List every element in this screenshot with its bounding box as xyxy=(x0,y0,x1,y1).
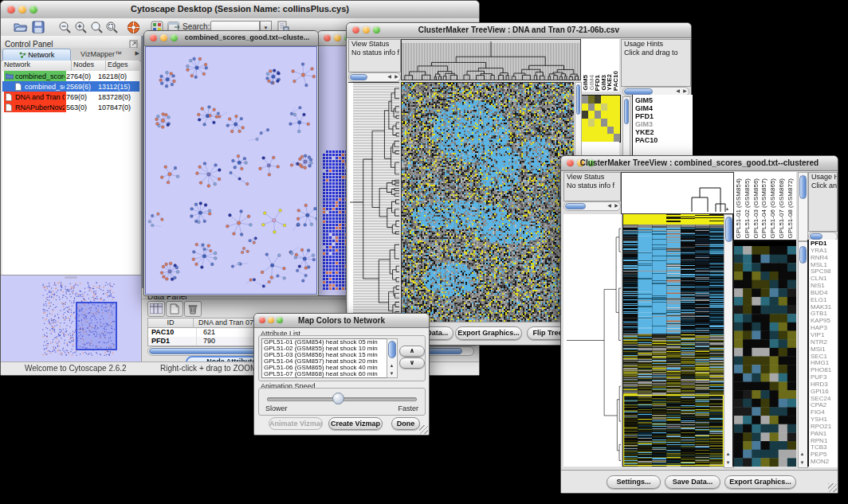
treeview2-titlebar[interactable]: ClusterMaker TreeView : combined_scores_… xyxy=(561,156,838,171)
treeview1-button-1[interactable]: Export Graphics... xyxy=(455,326,522,340)
scroll-right-icon[interactable]: ▶ xyxy=(681,88,689,95)
close-icon[interactable] xyxy=(150,34,157,41)
matrix-cell[interactable] xyxy=(595,134,601,142)
matrix-cell[interactable] xyxy=(601,96,607,104)
treeview1-heatmap[interactable] xyxy=(401,82,574,322)
scroll-right-icon[interactable]: ▶ xyxy=(393,73,400,80)
scroll-thumb[interactable] xyxy=(799,246,807,264)
matrix-cell[interactable] xyxy=(614,134,620,142)
matrix-cell[interactable] xyxy=(607,127,614,135)
matrix-cell[interactable] xyxy=(614,119,620,127)
minimize-icon[interactable] xyxy=(334,34,341,41)
dialog-button-create-vizmap[interactable]: Create Vizmap xyxy=(328,417,383,430)
network-row[interactable]: DNA and Tran 07769(0)183728(0) xyxy=(2,92,139,102)
attribute-list-vscrollbar[interactable]: ▲ ▼ xyxy=(387,338,398,378)
matrix-cell[interactable] xyxy=(607,104,614,111)
matrix-cell[interactable] xyxy=(601,104,607,111)
close-icon[interactable] xyxy=(324,34,331,41)
matrix-cell[interactable] xyxy=(588,96,595,104)
gene-label[interactable]: GIM5 xyxy=(635,96,693,104)
network-row[interactable]: combined_sco2569(6)13112(15) xyxy=(2,81,139,92)
speed-slider-thumb[interactable] xyxy=(332,393,344,404)
matrix-cell[interactable] xyxy=(595,119,601,127)
treeview2-button-2[interactable]: Export Graphics... xyxy=(724,475,796,489)
gene-label[interactable]: YKE2 xyxy=(635,128,693,136)
matrix-cell[interactable] xyxy=(595,111,601,119)
matrix-cell[interactable] xyxy=(607,119,614,127)
attribute-listbox[interactable]: GPL51-01 (GSM854) heat shock 05 minGPL51… xyxy=(261,338,388,378)
scroll-thumb[interactable] xyxy=(624,88,653,95)
scroll-thumb[interactable] xyxy=(350,74,367,80)
matrix-cell[interactable] xyxy=(588,127,595,135)
tab-vizmapper[interactable]: VizMapper™ xyxy=(71,49,132,60)
matrix-cell[interactable] xyxy=(601,134,607,142)
matrix-cell[interactable] xyxy=(614,96,620,104)
zoom-fit-icon[interactable] xyxy=(90,21,104,34)
col-edges[interactable]: Edges xyxy=(106,61,139,71)
move-up-button[interactable]: ∧ xyxy=(399,346,425,357)
matrix-cell[interactable] xyxy=(601,127,607,135)
matrix-cell[interactable] xyxy=(614,111,620,119)
matrix-cell[interactable] xyxy=(614,104,620,111)
resize-grip[interactable] xyxy=(828,483,837,492)
open-file-icon[interactable] xyxy=(14,21,28,34)
scroll-up-icon[interactable]: ▲ xyxy=(388,362,395,369)
zoom-in-icon[interactable] xyxy=(74,21,88,34)
treeview2-button-1[interactable]: Save Data... xyxy=(665,475,720,489)
overview-viewport-rect[interactable] xyxy=(76,302,117,350)
matrix-cell[interactable] xyxy=(595,104,601,111)
treeview2-row-dendrogram[interactable] xyxy=(563,214,621,467)
network-row[interactable]: combined_scores2764(0)16218(0) xyxy=(2,71,139,81)
matrix-cell[interactable] xyxy=(607,134,614,142)
treeview1-zoom-matrix[interactable] xyxy=(581,95,621,143)
matrix-cell[interactable] xyxy=(582,127,588,135)
treeview1-row-dendrogram[interactable] xyxy=(348,82,399,322)
matrix-cell[interactable] xyxy=(601,111,607,119)
gene-label[interactable]: GIM3 xyxy=(635,120,693,128)
scroll-thumb[interactable] xyxy=(576,84,580,115)
scroll-down-icon[interactable]: ▼ xyxy=(388,370,395,377)
matrix-cell[interactable] xyxy=(582,104,588,111)
dialog-button-done[interactable]: Done xyxy=(391,417,420,430)
data-col-id[interactable]: ID xyxy=(148,318,194,327)
matrix-cell[interactable] xyxy=(582,96,588,104)
matrix-cell[interactable] xyxy=(582,119,588,127)
matrix-cell[interactable] xyxy=(588,119,595,127)
treeview1-status-hscrollbar[interactable]: ◀ ▶ xyxy=(348,72,401,82)
col-network[interactable]: Network xyxy=(2,61,72,71)
gene-label[interactable]: GIM4 xyxy=(635,104,693,112)
scroll-thumb[interactable] xyxy=(388,341,396,358)
scroll-up-icon[interactable]: ▲ xyxy=(799,451,806,458)
move-down-button[interactable]: ∨ xyxy=(399,357,425,369)
scroll-down-icon[interactable]: ▼ xyxy=(724,459,732,467)
tab-overflow-icon[interactable]: ▶ xyxy=(135,50,139,57)
scroll-thumb[interactable] xyxy=(810,233,822,240)
gene-label[interactable]: PFD1 xyxy=(635,112,693,120)
matrix-cell[interactable] xyxy=(588,134,595,142)
network-window-titlebar[interactable]: combined_scores_good.txt--cluste... xyxy=(144,31,318,46)
main-titlebar[interactable]: Cytoscape Desktop (Session Name: collins… xyxy=(1,1,479,19)
scroll-thumb[interactable] xyxy=(565,203,586,209)
scroll-thumb[interactable] xyxy=(725,217,732,242)
scroll-left-icon[interactable]: ◀ xyxy=(674,88,681,95)
treeview2-button-0[interactable]: Settings... xyxy=(607,475,661,489)
scroll-thumb[interactable] xyxy=(799,175,807,199)
gene-label[interactable]: MON2 xyxy=(811,459,838,466)
delete-attribute-trash-icon[interactable] xyxy=(184,301,202,317)
treeview2-heatmap[interactable] xyxy=(622,214,724,467)
network-row[interactable]: RNAPuberNov2+563(0)107847(0) xyxy=(2,102,139,112)
dialog-titlebar[interactable]: Map Colors to Network xyxy=(254,314,429,328)
matrix-cell[interactable] xyxy=(601,119,607,127)
treeview2-column-dendrogram-area[interactable] xyxy=(621,172,734,214)
col-nodes[interactable]: Nodes xyxy=(72,61,106,71)
treeview2-collabel-vscrollbar[interactable] xyxy=(798,172,808,241)
matrix-cell[interactable] xyxy=(607,96,614,104)
scroll-thumb[interactable] xyxy=(624,99,629,124)
scroll-right-icon[interactable]: ▶ xyxy=(613,202,620,209)
labels-up-icon[interactable]: ▲ xyxy=(724,205,731,213)
zoom-out-icon[interactable] xyxy=(58,21,73,34)
resize-grip[interactable] xyxy=(419,425,428,434)
zoom-window-icon[interactable] xyxy=(171,34,178,41)
treeview1-titlebar[interactable]: ClusterMaker TreeView : DNA and Tran 07-… xyxy=(347,23,691,38)
matrix-cell[interactable] xyxy=(595,96,601,104)
